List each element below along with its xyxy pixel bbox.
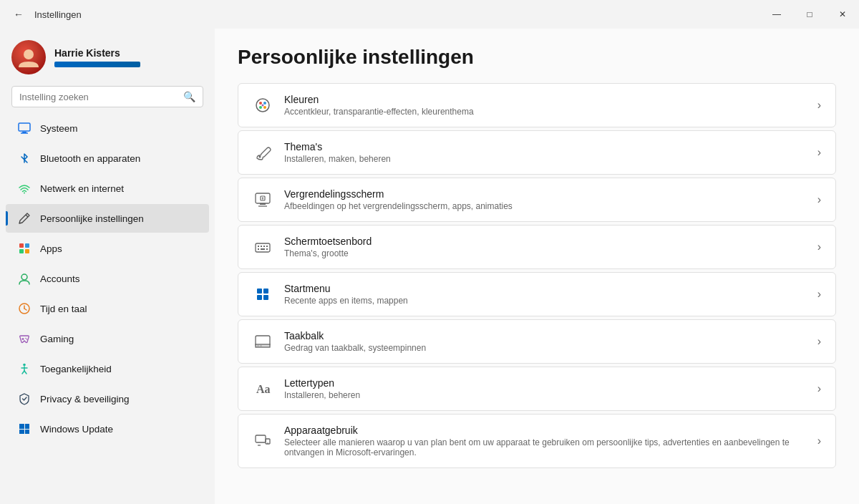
settings-label-taakbalk: Taakbalk <box>284 330 806 341</box>
sidebar-item-systeem[interactable]: Systeem <box>6 114 209 142</box>
content-area: Persoonlijke instellingen Kleuren <box>215 29 859 504</box>
settings-desc-schermtoetsenbord: Thema's, grootte <box>284 248 806 258</box>
settings-label-schermtoetsenbord: Schermtoetsenbord <box>284 236 806 247</box>
sidebar-item-apps[interactable]: Apps <box>6 234 209 263</box>
sidebar-item-gaming[interactable]: Gaming <box>6 324 209 353</box>
settings-label-lettertypen: Lettertypen <box>284 377 806 389</box>
settings-text-vergrendelingsscherm: Vergrendelingsscherm Afbeeldingen op het… <box>284 188 806 211</box>
titlebar: ← Instellingen — □ ✕ <box>0 0 859 29</box>
sidebar-label-windows-update: Windows Update <box>40 424 113 435</box>
svg-point-62 <box>267 442 268 444</box>
svg-rect-49 <box>263 289 268 294</box>
chevron-right-icon: › <box>817 288 821 301</box>
sidebar-item-accounts[interactable]: Accounts <box>6 264 209 293</box>
svg-rect-47 <box>266 248 268 250</box>
svg-point-18 <box>23 364 26 367</box>
chevron-right-icon: › <box>817 99 821 112</box>
svg-point-0 <box>24 49 34 59</box>
back-button[interactable]: ← <box>9 4 29 24</box>
sidebar-label-netwerk: Netwerk en internet <box>40 183 124 194</box>
settings-desc-lettertypen: Installeren, beheren <box>284 390 806 400</box>
settings-text-themas: Thema's Installeren, maken, beheren <box>284 141 806 164</box>
svg-rect-26 <box>25 430 29 434</box>
sidebar-label-accounts: Accounts <box>40 273 80 284</box>
windows-icon <box>17 422 31 436</box>
sidebar-label-gaming: Gaming <box>40 334 74 344</box>
lock-screen-icon <box>253 190 273 210</box>
sidebar-label-bluetooth: Bluetooth en apparaten <box>40 153 140 164</box>
svg-rect-40 <box>256 243 270 252</box>
search-input[interactable] <box>19 92 178 102</box>
svg-rect-35 <box>260 203 266 205</box>
settings-label-themas: Thema's <box>284 141 806 152</box>
chevron-right-icon: › <box>817 241 821 253</box>
sidebar-item-privacy[interactable]: Privacy & beveiliging <box>6 384 209 413</box>
close-button[interactable]: ✕ <box>826 0 859 29</box>
sidebar-label-toegankelijkheid: Toegankelijkheid <box>40 364 112 374</box>
svg-rect-44 <box>266 246 268 247</box>
fonts-icon: Aa <box>253 379 273 399</box>
sidebar-item-tijd[interactable]: Tijd en taal <box>6 294 209 323</box>
sidebar-item-toegankelijkheid[interactable]: Toegankelijkheid <box>6 354 209 383</box>
svg-rect-23 <box>19 424 24 429</box>
svg-rect-8 <box>19 249 24 253</box>
chevron-right-icon: › <box>817 146 821 159</box>
settings-item-taakbalk[interactable]: Taakbalk Gedrag van taakbalk, systeempin… <box>238 319 836 364</box>
svg-rect-48 <box>257 289 262 294</box>
accessibility-icon <box>17 362 31 376</box>
app-body: Harrie Kisters 🔍 Systeem <box>0 29 859 504</box>
search-box[interactable]: 🔍 <box>11 86 203 107</box>
settings-item-apparaatgebruik[interactable]: Apparaatgebruik Selecteer alle manieren … <box>238 414 836 468</box>
svg-point-17 <box>26 339 28 340</box>
svg-rect-24 <box>25 424 29 429</box>
svg-text:Aa: Aa <box>256 383 271 395</box>
svg-rect-59 <box>256 435 266 442</box>
settings-item-vergrendelingsscherm[interactable]: Vergrendelingsscherm Afbeeldingen op het… <box>238 178 836 222</box>
svg-rect-55 <box>260 346 262 346</box>
device-icon <box>253 431 273 451</box>
brush-icon <box>253 142 273 163</box>
svg-point-28 <box>259 102 262 105</box>
settings-item-startmenu[interactable]: Startmenu Recente apps en items, mappen … <box>238 272 836 316</box>
svg-rect-42 <box>261 246 262 247</box>
shield-icon <box>17 392 31 406</box>
settings-desc-startmenu: Recente apps en items, mappen <box>284 296 806 306</box>
settings-item-lettertypen[interactable]: Aa Lettertypen Installeren, beheren › <box>238 367 836 411</box>
settings-label-startmenu: Startmenu <box>284 283 806 294</box>
window-controls: — □ ✕ <box>760 0 859 29</box>
settings-item-schermtoetsenbord[interactable]: Schermtoetsenbord Thema's, grootte › <box>238 225 836 269</box>
settings-text-kleuren: Kleuren Accentkleur, transparantie-effec… <box>284 94 806 117</box>
search-icon[interactable]: 🔍 <box>183 91 195 102</box>
settings-item-themas[interactable]: Thema's Installeren, maken, beheren › <box>238 130 836 175</box>
svg-rect-25 <box>19 430 24 434</box>
svg-point-33 <box>259 156 261 158</box>
svg-rect-45 <box>258 248 259 250</box>
svg-rect-41 <box>258 246 259 247</box>
app-title: Instellingen <box>34 9 82 20</box>
sidebar-item-persoonlijk[interactable]: Persoonlijke instellingen <box>6 204 209 233</box>
maximize-button[interactable]: □ <box>793 0 826 29</box>
sidebar-label-systeem: Systeem <box>40 123 78 134</box>
settings-item-kleuren[interactable]: Kleuren Accentkleur, transparantie-effec… <box>238 83 836 127</box>
page-title: Persoonlijke instellingen <box>238 46 836 69</box>
settings-text-lettertypen: Lettertypen Installeren, beheren <box>284 377 806 400</box>
settings-label-apparaatgebruik: Apparaatgebruik <box>284 425 806 436</box>
sidebar-item-netwerk[interactable]: Netwerk en internet <box>6 174 209 203</box>
chevron-right-icon: › <box>817 435 821 447</box>
palette-icon <box>253 95 273 115</box>
svg-point-16 <box>25 338 26 339</box>
minimize-button[interactable]: — <box>760 0 793 29</box>
taskbar-icon <box>253 331 273 352</box>
settings-text-taakbalk: Taakbalk Gedrag van taakbalk, systeempin… <box>284 330 806 353</box>
svg-line-22 <box>24 371 26 374</box>
svg-rect-7 <box>25 243 29 248</box>
bluetooth-icon <box>17 151 31 165</box>
sidebar-item-windows-update[interactable]: Windows Update <box>6 415 209 443</box>
clock-icon <box>17 301 31 316</box>
svg-rect-54 <box>257 346 259 346</box>
sidebar-item-bluetooth[interactable]: Bluetooth en apparaten <box>6 144 209 173</box>
user-info: Harrie Kisters <box>54 47 140 67</box>
sidebar-label-persoonlijk: Persoonlijke instellingen <box>40 213 144 224</box>
gaming-icon <box>17 331 31 346</box>
user-bar-decoration <box>54 62 140 67</box>
